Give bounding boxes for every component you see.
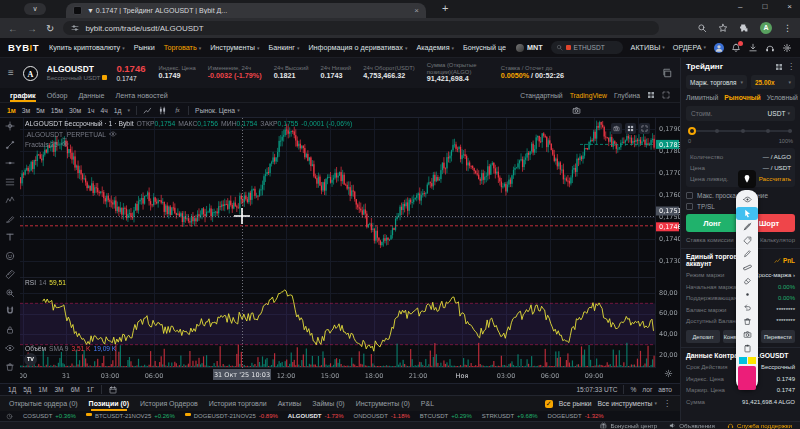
bookmark-star-icon[interactable] (718, 23, 728, 33)
emoji-icon[interactable] (5, 251, 15, 261)
strip-ticker-ondousdt[interactable]: ONDOUSDT-1.18% (354, 413, 410, 419)
chart-style-line-icon[interactable] (143, 106, 152, 115)
rsi-legend[interactable]: RSI14 59,51 (25, 279, 66, 286)
timeframe-1ч[interactable]: 1ч (87, 107, 94, 114)
timeframe-3м[interactable]: 3м (22, 107, 30, 114)
bottom-tab-история-ордеров[interactable]: История Ордеров (140, 396, 198, 411)
chart-mode-стандартный[interactable]: Стандартный (520, 92, 562, 99)
chart-style-candles-icon[interactable] (158, 106, 167, 115)
tab-close-icon[interactable]: × (414, 6, 419, 15)
browser-tab[interactable]: ▼ 0.1747 | Трейдинг ALGOUSDT | Bybit Д..… (66, 3, 426, 18)
timeframe-30м[interactable]: 30м (69, 107, 81, 114)
leverage-select[interactable]: 25.00x▾ (751, 75, 795, 89)
support-headset-icon[interactable] (765, 43, 775, 53)
status-объявления[interactable]: Объявления (669, 422, 715, 429)
range-3М[interactable]: 3М (54, 386, 63, 393)
range-1Д[interactable]: 1Д (8, 386, 16, 393)
annotation-tool-camera[interactable] (736, 328, 758, 342)
bottom-tab-инструменты-0-[interactable]: Инструменты (0) (356, 396, 410, 411)
strip-ticker-btcusdt[interactable]: BTCUSDT+0.29% (420, 413, 472, 419)
axis-mode-авто[interactable]: авто (658, 386, 672, 393)
annotation-tool-undo[interactable] (736, 301, 758, 315)
eye-icon[interactable] (109, 130, 117, 138)
fee-rate-link[interactable]: Ставка комиссии (686, 237, 734, 243)
timeframe-4ч[interactable]: 4ч (101, 107, 108, 114)
bottom-tab-p&l[interactable]: P&L (421, 396, 434, 411)
snapshot-camera-icon[interactable] (572, 106, 581, 115)
strip-ticker-dogeusdt-21nov25[interactable]: DOGEUSDT-21NOV25-0.89% (185, 413, 278, 420)
timeframe-1м[interactable]: 1м (7, 107, 16, 114)
window-maximize-button[interactable]: □ (762, 2, 767, 11)
swatch-1[interactable] (748, 357, 756, 364)
margin-mode-select[interactable]: Марж. торговля▾ (686, 75, 747, 89)
brush-icon[interactable] (5, 214, 15, 224)
nav-item-рынки[interactable]: Рынки (134, 43, 155, 52)
tab-Лента новостей[interactable]: Лента новостей (115, 88, 167, 102)
checkbox-icon[interactable] (686, 192, 693, 199)
lock-icon[interactable] (5, 325, 15, 335)
url-input[interactable]: bybit.com/trade/usdt/ALGOUSDT (63, 21, 659, 35)
bybit-logo[interactable]: BYBIT (8, 42, 39, 53)
browser-profile-avatar[interactable]: A (760, 22, 772, 34)
bottom-tab-открытые-ордера-0-[interactable]: Открытые ордера (0) (9, 396, 78, 411)
chart-grid-button[interactable] (625, 123, 636, 134)
panel-menu-icon[interactable]: ⋮ (787, 63, 795, 71)
bottom-tab-активы[interactable]: Активы (278, 396, 302, 411)
orders-menu[interactable]: ОРДЕРА▾ (673, 43, 706, 52)
price-chart-canvas[interactable] (20, 118, 680, 383)
chart-mode-глубина[interactable]: Глубина (614, 92, 640, 99)
annotation-tool-eye[interactable] (736, 193, 758, 207)
extensions-icon[interactable] (739, 23, 749, 33)
user-avatar[interactable] (714, 43, 724, 53)
history-clock-icon[interactable] (6, 413, 13, 420)
axis-mode-лог[interactable]: лог (642, 386, 652, 393)
fullscreen-icon[interactable] (662, 91, 670, 99)
annotation-tool-trash[interactable] (736, 315, 758, 329)
quantity-slider[interactable] (689, 126, 792, 136)
axis-mode-%[interactable]: % (630, 386, 636, 393)
strip-ticker-algousdt[interactable]: ALGOUSDT-1.73% (288, 413, 344, 419)
measure-icon[interactable] (5, 269, 15, 279)
zoom-in-icon[interactable] (5, 288, 15, 298)
annotation-tool-pen[interactable] (736, 247, 758, 261)
window-close-button[interactable]: × (787, 2, 792, 11)
trash-icon[interactable] (5, 362, 15, 372)
forward-icon[interactable]: → (27, 23, 37, 34)
bottom-tab-история-торговли[interactable]: История торговли (209, 396, 267, 411)
order-tab-условный[interactable]: Условный (767, 94, 798, 101)
instrument-list-icon[interactable]: ≡ (8, 68, 14, 78)
back-icon[interactable]: ← (8, 23, 18, 34)
magnet-icon[interactable] (5, 306, 15, 316)
all-instruments-select[interactable]: Все инструменты▾ (598, 400, 657, 407)
strip-ticker-strkusdt[interactable]: STRKUSDT+9.68% (482, 413, 538, 419)
annotation-pin-button[interactable] (738, 170, 756, 188)
crosshair-icon[interactable] (5, 121, 15, 131)
tab-график[interactable]: график (10, 88, 36, 102)
notifications-bell-icon[interactable] (731, 43, 741, 53)
button-перевести[interactable]: Перевести (761, 330, 795, 343)
nav-item-бонусный-центр[interactable]: Бонусный центр (463, 43, 506, 52)
chart-expand-button[interactable] (639, 123, 650, 134)
swatch-0[interactable] (739, 357, 747, 364)
nav-item-инструменты[interactable]: Инструменты▾ (210, 43, 259, 52)
horizontal-line-icon[interactable] (5, 158, 15, 168)
active-color-swatch[interactable] (738, 366, 756, 390)
bottom-tab-позиции-0-[interactable]: Позиции (0) (89, 396, 129, 411)
annotation-tool-clipboard[interactable] (736, 342, 758, 356)
more-options-icon[interactable]: ⋮ (663, 400, 671, 408)
annotation-tool-cursor[interactable] (736, 207, 758, 221)
fib-retracement-icon[interactable] (5, 177, 15, 187)
window-minimize-button[interactable]: – (738, 2, 742, 11)
strip-ticker-cosusdt[interactable]: COSUSDT+0.36% (23, 413, 76, 419)
layout-grid-icon[interactable] (647, 91, 655, 99)
fractals-indicator-label[interactable]: Fractals 25 (25, 140, 69, 148)
nav-item-купить-криптовалюту[interactable]: Купить криптовалюту▾ (49, 43, 125, 52)
range-1М[interactable]: 1М (38, 386, 47, 393)
eye-icon[interactable] (5, 343, 15, 353)
reload-icon[interactable]: ↻ (46, 23, 54, 34)
range-6М[interactable]: 6М (71, 386, 80, 393)
status-бонусный-центр[interactable]: Бонусный центр (600, 422, 657, 429)
settings-gear-icon[interactable] (782, 43, 792, 53)
annotation-tool-eraser[interactable] (736, 274, 758, 288)
indicators-icon[interactable]: fx (173, 106, 182, 115)
